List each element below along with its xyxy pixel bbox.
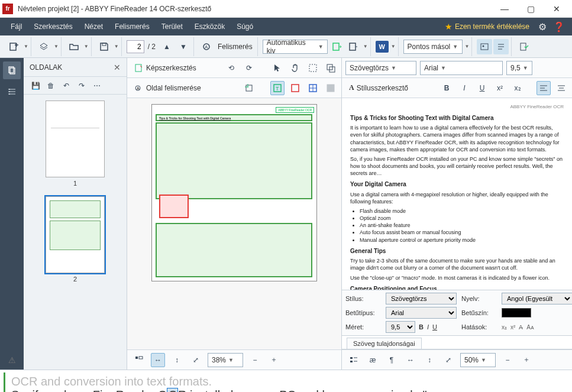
more-button[interactable]: ⋯ bbox=[91, 80, 103, 92]
window-maximize[interactable]: ▢ bbox=[518, 0, 544, 18]
effect-strike[interactable]: A̶ bbox=[519, 324, 523, 331]
menu-edit[interactable]: Szerkesztés bbox=[28, 18, 78, 35]
text-zoom-select[interactable]: 50%▼ bbox=[460, 353, 496, 367]
text-properties-tab[interactable]: Szöveg tulajdonságai bbox=[347, 338, 422, 349]
pilcrow-button[interactable]: ¶ bbox=[384, 353, 399, 367]
settings-icon[interactable]: ⚙ bbox=[534, 18, 551, 35]
fit-height-button[interactable]: ↕ bbox=[422, 353, 437, 367]
window-minimize[interactable]: ― bbox=[492, 0, 518, 18]
export-word-button[interactable] bbox=[329, 39, 344, 54]
recognize-button[interactable]: Felismerés bbox=[215, 43, 255, 51]
align-center-button[interactable] bbox=[554, 81, 568, 95]
view-text-button[interactable] bbox=[493, 39, 509, 54]
help-icon[interactable]: ❓ bbox=[551, 18, 567, 35]
menu-area[interactable]: Terület bbox=[156, 18, 189, 35]
export-other-button[interactable] bbox=[345, 39, 361, 54]
word-app-icon[interactable]: W bbox=[376, 41, 389, 53]
menu-recognition[interactable]: Felismerés bbox=[109, 18, 156, 35]
dock-pages-button[interactable] bbox=[3, 61, 21, 79]
size-prop-select[interactable]: 9,5 bbox=[386, 321, 415, 333]
page-thumbnail-2[interactable]: 2 bbox=[43, 196, 108, 283]
menu-file[interactable]: Fájl bbox=[5, 18, 28, 35]
new-project-button[interactable] bbox=[6, 39, 21, 54]
effect-sup[interactable]: x² bbox=[510, 324, 515, 331]
delete-page-button[interactable]: 🗑 bbox=[45, 80, 57, 92]
view-image-button[interactable] bbox=[477, 39, 492, 54]
page-number-input[interactable] bbox=[127, 40, 144, 53]
text-area-tool[interactable]: T bbox=[270, 81, 285, 95]
list-view-button[interactable] bbox=[347, 353, 361, 367]
special-chars-button[interactable]: æ bbox=[366, 353, 380, 367]
select-area-tool[interactable] bbox=[306, 61, 320, 75]
page-recognize-button[interactable]: AOldal felismerése bbox=[131, 81, 205, 95]
font-size-select[interactable]: 9,5▼ bbox=[506, 61, 532, 75]
dock-properties-button[interactable] bbox=[3, 83, 21, 101]
chevron-down-icon[interactable]: ▼ bbox=[465, 44, 470, 49]
effect-sub[interactable]: x₂ bbox=[502, 324, 507, 331]
menu-help[interactable]: Súgó bbox=[231, 18, 259, 35]
chevron-down-icon[interactable]: ▼ bbox=[363, 44, 368, 49]
underline-button[interactable]: U bbox=[475, 81, 489, 95]
align-left-button[interactable] bbox=[537, 81, 551, 95]
font-family-select[interactable]: Arial▼ bbox=[420, 61, 503, 75]
rotate-left-button[interactable]: ⟲ bbox=[224, 61, 238, 75]
bold-button[interactable]: B bbox=[439, 81, 454, 95]
warning-icon[interactable]: ⚠ bbox=[8, 355, 16, 365]
save-page-button[interactable]: 💾 bbox=[30, 80, 41, 92]
zoom-select[interactable]: 38%▼ bbox=[208, 353, 243, 367]
chevron-down-icon[interactable]: ▼ bbox=[391, 44, 396, 49]
table-area-tool[interactable] bbox=[306, 81, 320, 95]
layout-mode-select[interactable]: Automatikus kiv▼ bbox=[263, 40, 328, 54]
italic-toggle[interactable]: I bbox=[427, 323, 429, 331]
hand-tool[interactable] bbox=[288, 61, 302, 75]
italic-button[interactable]: I bbox=[457, 81, 471, 95]
fontcolor-swatch[interactable] bbox=[502, 308, 531, 318]
layers-button[interactable] bbox=[36, 39, 51, 54]
chevron-down-icon[interactable]: ▼ bbox=[54, 44, 59, 49]
zoom-in-button[interactable]: ＋ bbox=[267, 353, 281, 367]
menu-tools[interactable]: Eszközök bbox=[189, 18, 231, 35]
zoom-in-button[interactable]: ＋ bbox=[519, 353, 534, 367]
fit-page-button[interactable]: ⤢ bbox=[189, 353, 203, 367]
crop-button[interactable] bbox=[242, 81, 256, 95]
close-panel-button[interactable]: ✕ bbox=[114, 63, 121, 72]
rate-product[interactable]: ★Ezen termék értékelése bbox=[445, 22, 529, 31]
style-editor-button[interactable]: AStílusszerkesztő bbox=[345, 81, 412, 95]
effect-smallcaps[interactable]: Aᴀ bbox=[526, 324, 534, 331]
zoom-out-button[interactable]: − bbox=[500, 353, 515, 367]
add-area-tool[interactable] bbox=[324, 61, 338, 75]
pointer-tool[interactable] bbox=[270, 61, 285, 75]
chevron-down-icon[interactable]: ▼ bbox=[114, 44, 119, 49]
background-area-tool[interactable] bbox=[324, 81, 338, 95]
save-button[interactable] bbox=[96, 39, 112, 54]
copy-mode-select[interactable]: Pontos másol▼ bbox=[403, 40, 463, 54]
verify-button[interactable] bbox=[516, 39, 532, 54]
page-up-button[interactable]: ▲ bbox=[159, 39, 174, 54]
bold-toggle[interactable]: B bbox=[419, 323, 424, 331]
chevron-down-icon[interactable]: ▼ bbox=[84, 44, 89, 49]
superscript-button[interactable]: x² bbox=[493, 81, 507, 95]
paragraph-style-select[interactable]: Szövegtörzs▼ bbox=[345, 61, 416, 75]
rotate-right-button[interactable]: ⟳ bbox=[242, 61, 256, 75]
menu-view[interactable]: Nézet bbox=[79, 18, 109, 35]
fit-width-button[interactable]: ↔ bbox=[403, 353, 418, 367]
redo-button[interactable]: ↷ bbox=[76, 80, 88, 92]
chevron-down-icon[interactable]: ▼ bbox=[24, 44, 28, 49]
underline-toggle[interactable]: U bbox=[432, 323, 437, 331]
open-button[interactable] bbox=[66, 39, 82, 54]
page-down-button[interactable]: ▼ bbox=[176, 39, 191, 54]
style-prop-select[interactable]: Szövegtörzs bbox=[386, 293, 457, 304]
thumbnails-view-button[interactable] bbox=[132, 353, 146, 367]
subscript-button[interactable]: x₂ bbox=[510, 81, 525, 95]
page-thumbnail-1[interactable]: 1 bbox=[43, 101, 108, 187]
window-close[interactable]: ✕ bbox=[544, 0, 570, 18]
fit-height-button[interactable]: ↕ bbox=[170, 353, 184, 367]
image-editor-button[interactable]: Képszerkesztés bbox=[131, 61, 200, 75]
undo-button[interactable]: ↶ bbox=[60, 80, 72, 92]
font-prop-select[interactable]: Arial bbox=[386, 307, 457, 319]
lang-prop-select[interactable]: Angol (Egyesült bbox=[502, 293, 572, 304]
fit-width-button[interactable]: ↔ bbox=[151, 353, 165, 367]
picture-area-tool[interactable] bbox=[288, 81, 302, 95]
fit-page-button[interactable]: ⤢ bbox=[441, 353, 455, 367]
zoom-out-button[interactable]: − bbox=[248, 353, 262, 367]
